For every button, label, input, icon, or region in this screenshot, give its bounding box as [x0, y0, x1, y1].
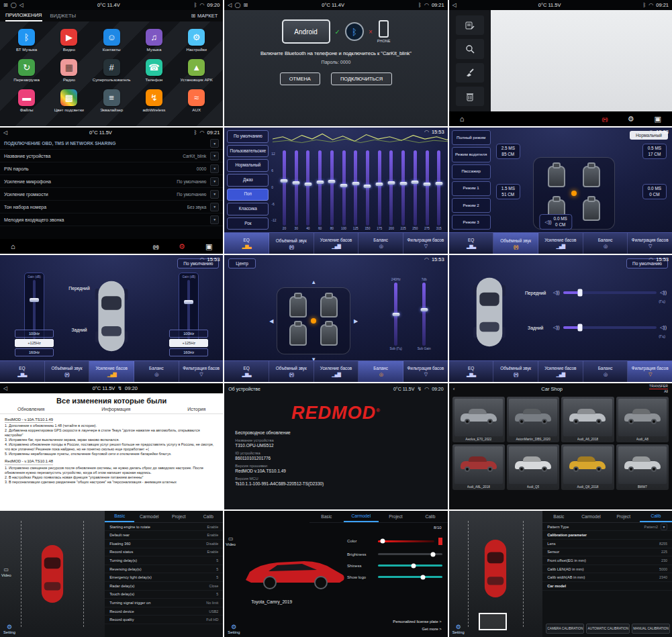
tab-basic[interactable]: Basic	[105, 511, 134, 522]
mode-full[interactable]: Полный режим	[452, 130, 491, 145]
color-slider[interactable]	[378, 540, 434, 542]
setting-row-dial-tone[interactable]: Тон набора номераБез звука▼	[0, 201, 223, 213]
get-more-link[interactable]: Get more >	[393, 626, 441, 633]
eq-band-slider[interactable]: 315	[433, 150, 445, 230]
app-settings[interactable]: ⚙Настройки	[175, 26, 218, 56]
section-car-model[interactable]: Car model	[542, 582, 672, 591]
chevron-down-icon[interactable]: ▼	[661, 524, 667, 530]
tab-applications[interactable]: ПРИЛОЖЕНИЯ	[5, 10, 42, 21]
eq-band-slider[interactable]: 200	[385, 150, 397, 230]
tab-basic[interactable]: Basic	[309, 511, 344, 522]
tab-surround[interactable]: Объёмный звук((•))	[269, 233, 314, 254]
mode-driver[interactable]: Режим водителя	[452, 147, 491, 162]
setting-row[interactable]: Record deviceUSB2	[105, 607, 223, 616]
setting-row-lens[interactable]: Lens8255	[542, 540, 672, 548]
tab-bass-boost[interactable]: Усиление басов▁▄▇	[89, 361, 134, 382]
setting-row[interactable]: Turning signal trigger onNo limit	[105, 599, 223, 607]
tab-project[interactable]: Project	[164, 511, 193, 522]
show-logo-toggle[interactable]	[378, 576, 442, 578]
tab-carmodel[interactable]: Carmodel	[575, 511, 607, 522]
setting-row-pin[interactable]: PIN пароль0000▼	[0, 162, 223, 175]
app-reboot[interactable]: ↻Перезагрузка	[5, 56, 48, 86]
app-radio[interactable]: ▦Радио	[48, 56, 90, 86]
tab-bass-boost[interactable]: Усиление басов▁▄▇	[314, 233, 359, 254]
app-files[interactable]: ▬Файлы	[5, 86, 48, 116]
preset-pop[interactable]: Поп	[227, 189, 269, 201]
gear-icon[interactable]: ⚙	[179, 242, 185, 251]
home-circle-icon[interactable]: ◯	[234, 2, 240, 8]
freq-125hz-button[interactable]: +125Hz	[169, 339, 208, 347]
connect-button[interactable]: ПОДКЛЮЧИТЬСЯ	[331, 72, 392, 85]
car-card[interactable]: Audi_Q5	[507, 444, 559, 490]
chevron-down-icon[interactable]: ▼	[210, 190, 219, 199]
setting-row-calib-len[interactable]: Calib LEN(AD in mm)5000	[542, 565, 672, 574]
chevron-down-icon[interactable]: ▼	[210, 164, 219, 173]
home-circle-icon[interactable]: ◯	[11, 2, 17, 8]
preset-custom[interactable]: Пользовательские	[227, 145, 269, 158]
tab-bass-filter[interactable]: Фильтрация басов▽	[403, 233, 448, 254]
tab-bass-filter[interactable]: Фильтрация басов▽	[628, 233, 672, 254]
app-phone[interactable]: ☎Телефон	[133, 56, 175, 86]
arrow-left-icon[interactable]: ◀	[269, 318, 273, 324]
rear-filter-slider[interactable]	[563, 326, 657, 329]
freq-100hz-button[interactable]: 100Hz	[169, 330, 208, 338]
grid-icon[interactable]: ⊞	[3, 2, 8, 8]
video-source-button[interactable]: ▭Video	[226, 536, 236, 546]
shiness-slider[interactable]	[378, 565, 442, 567]
chevron-down-icon[interactable]: ▼	[210, 177, 219, 186]
tab-bass-boost[interactable]: Усиление басов▁▄▇	[538, 233, 583, 254]
balance-position-dot[interactable]	[311, 318, 316, 324]
app-superuser[interactable]: #Суперпользователь	[91, 56, 133, 86]
tab-bass-filter[interactable]: Фильтрация басов▽	[403, 361, 448, 382]
eq-band-slider[interactable]: 30	[290, 150, 302, 230]
preset-jazz[interactable]: Джаз	[227, 174, 269, 187]
section-calibration-parameter[interactable]: Calibration parameter	[542, 531, 672, 540]
video-source-button[interactable]: ▭Video	[1, 567, 11, 577]
back-icon[interactable]: ◁	[452, 2, 457, 8]
tab-widgets[interactable]: ВИДЖЕТЫ	[50, 10, 77, 21]
tab-updates[interactable]: Обновления	[17, 407, 44, 411]
eq-band-slider[interactable]: 100	[338, 150, 350, 230]
setting-row-volume-gain[interactable]: Усиление громкостиПо умолчанию▼	[0, 188, 223, 201]
pip-icon[interactable]: ▣	[655, 115, 661, 124]
tab-bass-filter[interactable]: Фильтрация басов▽	[179, 361, 224, 382]
tab-calib[interactable]: Calib	[640, 511, 672, 522]
field-ota[interactable]: Беспроводное обновление	[235, 430, 436, 435]
gear-icon[interactable]: ⚙	[628, 115, 634, 124]
broadcast-icon[interactable]: ((•))	[602, 116, 607, 122]
brightness-slider[interactable]	[378, 553, 442, 555]
setting-row[interactable]: Turning delay(s)5	[105, 556, 223, 565]
trash-button[interactable]	[456, 87, 484, 106]
tab-surround[interactable]: Объёмный звук((•))	[45, 361, 90, 382]
tab-eq[interactable]: EQ▂▆▃	[449, 361, 494, 382]
edit-list-button[interactable]	[456, 15, 484, 35]
tab-eq[interactable]: EQ▂▆▃	[224, 361, 269, 382]
setting-button[interactable]: ⚙Setting	[452, 624, 465, 634]
car-card[interactable]: Audi_A8	[616, 397, 669, 442]
paint-button[interactable]	[456, 63, 484, 83]
freq-100hz-button[interactable]: 100Hz	[15, 330, 54, 338]
eq-band-slider[interactable]: 250	[409, 150, 421, 230]
car-card[interactable]: Audi_A8L_2018	[452, 444, 505, 490]
tab-history[interactable]: История	[187, 407, 205, 411]
front-filter-slider[interactable]	[563, 291, 657, 294]
sub-freq-slider[interactable]: 240HzSub (Гц)	[387, 278, 405, 350]
back-icon[interactable]: ◁	[228, 2, 232, 8]
mode-3[interactable]: Режим 3	[452, 215, 491, 230]
tab-carmodel[interactable]: Carmodel	[134, 511, 164, 522]
app-equalizer[interactable]: ≡Эквалайзер	[91, 86, 133, 116]
setting-button[interactable]: ⚙Setting	[3, 624, 15, 634]
preset-rock[interactable]: Рок	[227, 217, 269, 230]
setting-row[interactable]: Radar delay(s)Close	[105, 582, 223, 591]
personalized-plate-link[interactable]: Personalized license plate >	[393, 618, 441, 626]
mode-1[interactable]: Режим 1	[452, 181, 491, 196]
app-contacts[interactable]: ☺Контакты	[91, 26, 133, 56]
eq-band-slider[interactable]: 275	[421, 150, 433, 230]
eq-band-slider[interactable]: 225	[397, 150, 410, 230]
setting-row-calib-width[interactable]: Calib width(AB in mm)2340	[542, 573, 672, 582]
freq-160hz-button[interactable]: 160Hz	[15, 348, 54, 356]
setting-row[interactable]: Record qualityFull HD	[105, 616, 223, 624]
eq-band-slider[interactable]: 80	[326, 150, 338, 230]
tab-calib[interactable]: Calib	[413, 511, 448, 522]
setting-row-ringtone[interactable]: Мелодия входящего звонка▼	[0, 213, 223, 226]
